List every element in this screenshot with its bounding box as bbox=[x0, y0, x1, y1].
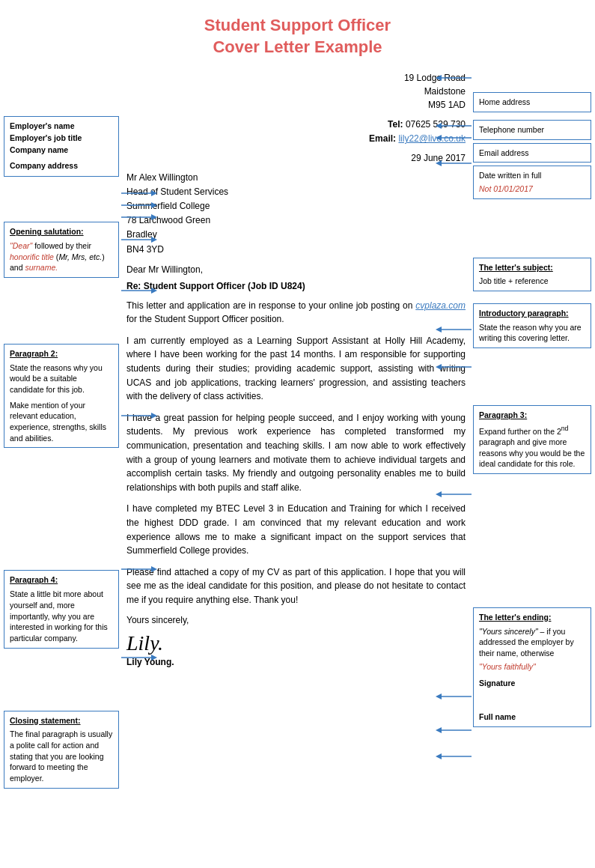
right-ann-para3: Paragraph 3: Expand further on the 2nd p… bbox=[473, 405, 591, 474]
right-ann-telephone: Telephone number bbox=[473, 120, 591, 140]
recipient-block: Mr Alex Willington Head of Student Servi… bbox=[126, 171, 466, 257]
left-ann-employer: Employer's name Employer's job title Com… bbox=[4, 116, 119, 177]
page: Student Support Officer Cover Letter Exa… bbox=[0, 0, 595, 868]
left-ann-closing: Closing statement: The final paragraph i… bbox=[4, 711, 119, 789]
salutation: Dear Mr Willington, bbox=[126, 264, 466, 275]
right-ann-address: Home address bbox=[473, 92, 591, 112]
paragraph-1: This letter and application are in respo… bbox=[126, 299, 466, 327]
right-ann-intro: Introductory paragraph: State the reason… bbox=[473, 303, 591, 348]
paragraph-3: I have a great passion for helping peopl… bbox=[126, 411, 466, 495]
letter-date: 29 June 2017 bbox=[126, 153, 466, 163]
letter-content: 19 Lodge Road Maidstone M95 1AD Tel: 076… bbox=[122, 71, 470, 795]
right-ann-subject: The letter's subject: Job title + refere… bbox=[473, 258, 591, 291]
paragraph-4: I have completed my BTEC Level 3 in Educ… bbox=[126, 502, 466, 557]
left-ann-salutation: Opening salutation: "Dear" followed by t… bbox=[4, 222, 119, 278]
left-ann-para4: Paragraph 4: State a little bit more abo… bbox=[4, 570, 119, 648]
right-ann-date: Date written in full Not 01/01/2017 bbox=[473, 166, 591, 198]
left-annotations: Employer's name Employer's job title Com… bbox=[4, 71, 122, 795]
sender-address: 19 Lodge Road Maidstone M95 1AD bbox=[126, 71, 466, 112]
closing-block: Yours sincerely, Lily. Lily Young. bbox=[126, 615, 466, 667]
right-ann-ending: The letter's ending: "Yours sincerely" –… bbox=[473, 607, 591, 727]
paragraph-2: I am currently employed as a Learning Su… bbox=[126, 334, 466, 404]
page-header: Student Support Officer Cover Letter Exa… bbox=[0, 15, 595, 58]
signature: Lily. bbox=[126, 631, 466, 655]
paragraph-5: Please find attached a copy of my CV as … bbox=[126, 565, 466, 607]
right-annotations: Home address Telephone number Email addr… bbox=[470, 71, 591, 795]
left-ann-para2: Paragraph 2: State the reasons why you w… bbox=[4, 344, 119, 449]
email-link[interactable]: lily22@live.co.uk bbox=[398, 133, 466, 144]
subject-line: Re: Student Support Officer (Job ID U824… bbox=[126, 281, 466, 291]
right-ann-email: Email address bbox=[473, 143, 591, 163]
page-title: Student Support Officer Cover Letter Exa… bbox=[15, 15, 580, 58]
contact-info: Tel: 07625 529 730 Email: lily22@live.co… bbox=[126, 118, 466, 146]
full-name: Lily Young. bbox=[126, 657, 466, 667]
